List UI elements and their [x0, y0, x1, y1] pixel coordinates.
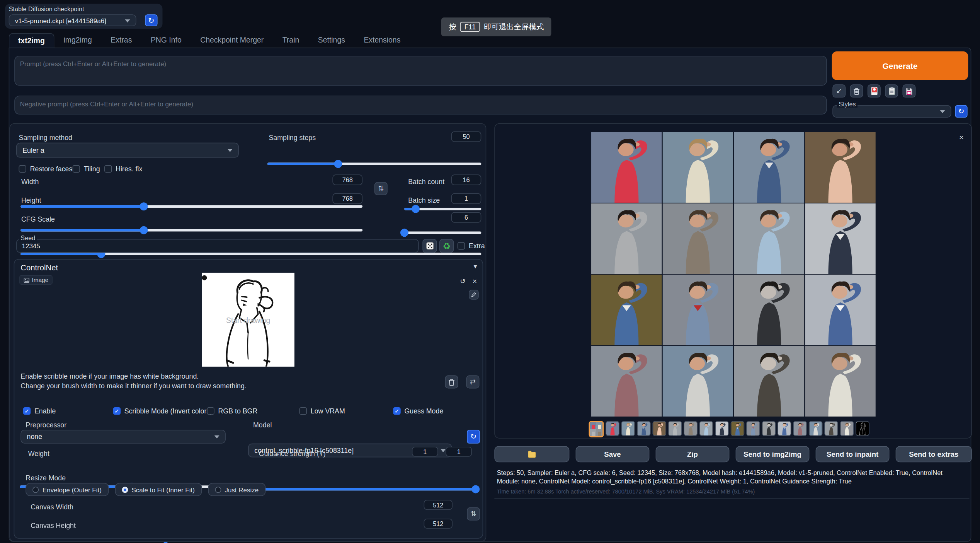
send-to-inpaint-button[interactable]: Send to inpaint: [816, 446, 890, 462]
width-input[interactable]: 768: [332, 174, 362, 185]
hires-fix-checkbox[interactable]: ✓Hires. fix: [104, 165, 142, 172]
seed-input[interactable]: 12345: [16, 239, 419, 253]
rgb-to-bgr-checkbox[interactable]: ✓RGB to BGR: [207, 407, 257, 415]
guidance-strength-slider[interactable]: [252, 488, 475, 490]
thumbnail-image-11[interactable]: [762, 421, 776, 436]
gallery-image-3[interactable]: [734, 132, 805, 203]
open-folder-button[interactable]: [494, 446, 569, 462]
thumbnail-image-4[interactable]: [653, 421, 667, 436]
apply-style-button[interactable]: [885, 84, 898, 97]
thumbnail-scribble-map[interactable]: [856, 421, 869, 436]
resize-mode-option-2[interactable]: Scale to Fit (Inner Fit): [115, 483, 202, 496]
checkpoint-refresh-button[interactable]: ↻: [145, 14, 157, 26]
clear-image-button[interactable]: ×: [470, 277, 479, 286]
gallery-image-5[interactable]: [591, 203, 662, 274]
gallery-image-14[interactable]: [662, 346, 733, 417]
negative-prompt-input[interactable]: Negative prompt (press Ctrl+Enter or Alt…: [14, 96, 827, 114]
thumbnail-image-5[interactable]: [668, 421, 682, 436]
thumbnail-image-2[interactable]: [621, 421, 635, 436]
thumbnail-image-12[interactable]: [778, 421, 791, 436]
gallery-image-6[interactable]: [662, 203, 733, 274]
gallery-image-11[interactable]: [734, 275, 805, 345]
gallery-image-2[interactable]: [662, 132, 733, 203]
preprocessor-select[interactable]: none: [20, 430, 225, 444]
thumbnail-image-10[interactable]: [746, 421, 760, 436]
swap-dimensions-button[interactable]: ⇅: [374, 182, 388, 195]
resize-mode-option-3[interactable]: Just Resize: [208, 483, 265, 496]
low-vram-checkbox[interactable]: ✓Low VRAM: [299, 407, 345, 415]
prompt-input[interactable]: Prompt (press Ctrl+Enter or Alt+Enter to…: [14, 56, 827, 86]
seed-extra-checkbox[interactable]: ✓Extra: [458, 242, 485, 249]
tab-extensions[interactable]: Extensions: [354, 32, 410, 48]
collapse-icon[interactable]: ▼: [473, 263, 478, 270]
gallery-image-13[interactable]: [591, 346, 662, 417]
gallery-image-1[interactable]: [591, 132, 662, 203]
batch-size-slider[interactable]: [404, 231, 481, 234]
tab-img2img[interactable]: img2img: [54, 32, 101, 48]
weight-input[interactable]: 1: [412, 447, 438, 457]
zip-button[interactable]: Zip: [656, 446, 730, 462]
gallery-image-4[interactable]: [805, 132, 876, 203]
save-button[interactable]: Save: [576, 446, 650, 462]
thumbnail-image-15[interactable]: [824, 421, 838, 436]
tab-train[interactable]: Train: [273, 32, 308, 48]
thumbnail-image-16[interactable]: [840, 421, 854, 436]
gallery-image-9[interactable]: [591, 275, 662, 345]
tab-settings[interactable]: Settings: [309, 32, 355, 48]
thumbnail-image-14[interactable]: [809, 421, 823, 436]
controlnet-enable-checkbox[interactable]: ✓Enable: [23, 407, 56, 415]
batch-count-slider[interactable]: [404, 208, 481, 210]
height-input[interactable]: 768: [332, 193, 362, 204]
tiling-checkbox[interactable]: ✓Tiling: [73, 165, 100, 172]
clear-canvas-button[interactable]: [445, 376, 458, 389]
tab-png-info[interactable]: PNG Info: [141, 32, 191, 48]
thumbnail-image-1[interactable]: [606, 421, 619, 436]
width-slider[interactable]: [20, 205, 362, 208]
save-style-button[interactable]: [902, 84, 915, 97]
style-card-button[interactable]: [868, 84, 881, 97]
canvas-height-input[interactable]: 512: [424, 519, 453, 529]
sampling-steps-input[interactable]: 50: [451, 131, 481, 142]
batch-count-input[interactable]: 16: [451, 174, 481, 185]
gallery-image-16[interactable]: [805, 346, 876, 417]
tab-checkpoint-merger[interactable]: Checkpoint Merger: [191, 32, 273, 48]
generate-button[interactable]: Generate: [832, 51, 968, 80]
paste-params-button[interactable]: ↙: [832, 84, 846, 97]
send-to-img2img-button[interactable]: Send to img2img: [736, 446, 810, 462]
thumbnail-image-13[interactable]: [793, 421, 807, 436]
model-refresh-button[interactable]: ↻: [467, 430, 480, 444]
send-to-extras-button[interactable]: Send to extras: [896, 446, 972, 462]
thumbnail-image-3[interactable]: [637, 421, 651, 436]
thumbnail-image-9[interactable]: [731, 421, 745, 436]
clear-prompt-button[interactable]: [850, 84, 863, 97]
close-gallery-icon[interactable]: ×: [959, 133, 964, 142]
brush-button[interactable]: [469, 290, 479, 300]
resize-mode-option-1[interactable]: Envelope (Outer Fit): [26, 483, 108, 496]
cfg-scale-input[interactable]: 6: [451, 212, 481, 222]
height-slider[interactable]: [20, 229, 362, 231]
gallery-image-12[interactable]: [805, 275, 876, 345]
reuse-seed-button[interactable]: ♻: [439, 239, 454, 253]
canvas-width-input[interactable]: 512: [424, 500, 453, 510]
undo-drawing-button[interactable]: ↺: [458, 277, 468, 286]
guess-mode-checkbox[interactable]: ✓Guess Mode: [393, 407, 443, 415]
thumbnail-image-6[interactable]: [684, 421, 698, 436]
scribble-mode-checkbox[interactable]: ✓Scribble Mode (Invert colors): [113, 407, 213, 415]
styles-refresh-button[interactable]: ↻: [955, 105, 967, 118]
thumbnail-image-7[interactable]: [699, 421, 713, 436]
restore-faces-checkbox[interactable]: ✓Restore faces: [19, 165, 73, 172]
sampling-method-select[interactable]: Euler a: [16, 143, 239, 158]
guidance-strength-input[interactable]: 1: [446, 447, 472, 457]
thumbnail-image-8[interactable]: [715, 421, 729, 436]
random-seed-button[interactable]: [422, 239, 437, 253]
swap-canvas-button[interactable]: ⇄: [466, 376, 480, 389]
gallery-image-10[interactable]: [662, 275, 733, 345]
controlnet-canvas[interactable]: Start drawing: [202, 273, 294, 367]
gallery-image-7[interactable]: [734, 203, 805, 274]
tab-extras[interactable]: Extras: [101, 32, 141, 48]
image-tab-chip[interactable]: Image: [19, 275, 53, 285]
checkpoint-select[interactable]: v1-5-pruned.ckpt [e1441589a6]: [9, 14, 136, 26]
sampling-steps-slider[interactable]: [267, 163, 481, 165]
tab-txt2img[interactable]: txt2img: [9, 33, 54, 48]
gallery-image-15[interactable]: [734, 346, 805, 417]
